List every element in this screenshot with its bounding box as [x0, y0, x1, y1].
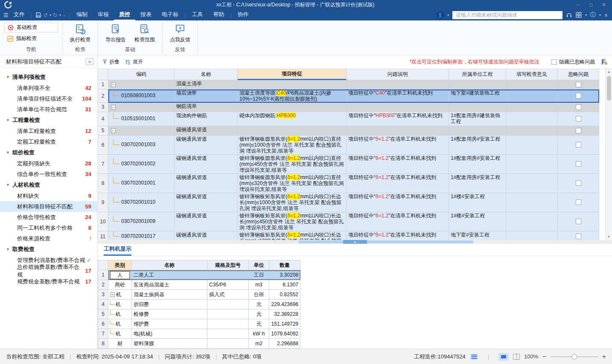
table-row[interactable]: 10 030702001009 碳钢通风管道 镀锌薄钢板矩形风管(δ=1.2mm…	[98, 212, 599, 231]
ignore-checkbox[interactable]	[576, 180, 581, 186]
unit-cell[interactable]: 元	[249, 300, 269, 309]
ignore-checkbox[interactable]	[576, 234, 581, 239]
header-opinion[interactable]: 填写检查意见	[506, 69, 558, 80]
resource-row[interactable]: 3 −机 混凝土振捣器 插入式 台班 0.82552	[98, 290, 300, 300]
name-cell[interactable]: 塑料薄膜	[132, 339, 207, 349]
menu-shenhe[interactable]: 审核	[93, 9, 114, 20]
name-cell[interactable]: 碳钢通风管道	[175, 174, 238, 193]
ignore-checkbox[interactable]	[576, 161, 581, 167]
minimize-button[interactable]: ─	[576, 2, 580, 8]
name-cell[interactable]: 现浇构件钢筋	[175, 112, 238, 126]
table-row-group[interactable]: 5 − 碳钢通风管道	[98, 126, 599, 136]
header-feature[interactable]: 项目特征	[238, 69, 347, 80]
category-cell[interactable]: 机	[108, 300, 132, 309]
row-number[interactable]: 10	[98, 212, 108, 231]
save-icon[interactable]	[35, 12, 41, 18]
unit-project-cell[interactable]: 地下室#建筑装饰工程	[449, 90, 506, 103]
tree-item[interactable]: 定额工程量检查7	[0, 136, 97, 147]
ignore-checkbox[interactable]	[576, 199, 581, 205]
spec-cell[interactable]	[207, 319, 249, 329]
name-cell[interactable]: 混凝土清单	[175, 80, 238, 90]
row-number[interactable]: 2	[98, 90, 108, 103]
collapse-rows-button[interactable]: 折叠	[102, 58, 119, 66]
qty-cell[interactable]: 3.30208	[269, 270, 300, 280]
tree-section-rencaiji[interactable]: ▼人材机检查	[0, 179, 97, 191]
header-ignore[interactable]: 忽略问题	[558, 69, 599, 80]
zoom-slider[interactable]	[551, 356, 598, 357]
unit-project-cell[interactable]: 1#配套用房#安装工程	[449, 136, 506, 155]
opinion-cell[interactable]	[506, 155, 558, 174]
problem-cell[interactable]: 项目特征中“δ=1.2”在清单工料机未找到	[347, 193, 449, 212]
name-cell[interactable]: 检修费	[132, 309, 207, 319]
name-cell[interactable]: 碳钢通风管道	[175, 155, 238, 174]
expand-rows-button[interactable]: 展开	[125, 58, 143, 66]
feature-cell[interactable]: 混凝土强度等级:C40/P6商品混凝土(内掺10%~12%SY-K高性能抗裂膨胀…	[238, 90, 347, 103]
name-cell[interactable]: 二类人工	[132, 270, 207, 280]
code-cell[interactable]: 030702001017	[108, 231, 175, 240]
scroll-up-icon[interactable]: ▲	[607, 69, 611, 75]
menu-bianzhi[interactable]: 编制	[71, 9, 93, 20]
row-number[interactable]: 8	[98, 339, 108, 349]
row-number[interactable]: 7	[98, 329, 108, 339]
export-report-button[interactable]: 导出报告	[102, 23, 129, 43]
name-cell[interactable]: 墙后浇带	[175, 90, 238, 103]
tree-section-zujia[interactable]: ▼组价检查	[0, 147, 97, 158]
name-cell[interactable]: 碳钢通风管道	[175, 231, 238, 240]
opinion-cell[interactable]	[506, 212, 558, 231]
feature-cell[interactable]: 镀锌薄钢板矩形风管(δ=1.2mm以内咬口)长边长(mm)≤1000含管件 法兰…	[238, 193, 347, 212]
scroll-down-icon[interactable]: ▼	[607, 234, 611, 240]
unit-project-cell[interactable]: 1#配套用房#安装工程	[449, 174, 506, 193]
problem-cell[interactable]: 项目特征中“δ=1.2”在清单工料机未找到	[347, 231, 449, 240]
resource-row[interactable]: 2 商砼 泵送商品混凝土 C35/P6 m3 6.1307	[98, 280, 300, 290]
index-check-button[interactable]: 指标检查	[4, 34, 58, 43]
feedback-button[interactable]: 点我反馈	[167, 23, 193, 43]
close-button[interactable]: ✕	[602, 2, 606, 8]
name-cell[interactable]: 维护费	[132, 319, 207, 329]
tab-resource-display[interactable]: 工料机显示	[104, 245, 131, 256]
toolbar-customize-icon[interactable]: ⌄	[63, 13, 66, 17]
spec-cell[interactable]: C35/P6	[207, 280, 249, 290]
header-name[interactable]: 名称	[132, 260, 207, 270]
spec-cell[interactable]	[207, 339, 249, 349]
category-cell[interactable]: 人	[108, 270, 132, 280]
tree-item[interactable]: 清单工程量检查12	[0, 126, 97, 136]
row-number[interactable]: 2	[98, 280, 108, 290]
ignore-checkbox[interactable]	[576, 219, 581, 224]
unit-project-cell[interactable]: 1#配套用房#安装工程	[449, 155, 506, 174]
qty-cell[interactable]: 0.82552	[269, 290, 300, 300]
opinion-cell[interactable]	[506, 126, 558, 136]
unit-cell[interactable]: 工日	[249, 270, 269, 280]
category-cell[interactable]: 机	[108, 329, 132, 339]
problem-cell[interactable]: 项目特征中“HPB300”在清单工料机未找到	[347, 112, 449, 126]
category-cell[interactable]: 商砼	[108, 280, 132, 290]
code-cell[interactable]: 030702001003	[108, 136, 175, 155]
feature-cell[interactable]: 砌体内加固钢筋:HPB300	[238, 112, 347, 126]
header-code[interactable]: 编码	[108, 69, 175, 80]
qty-cell[interactable]: 1079.64092	[269, 329, 300, 339]
zoom-in-button[interactable]: +	[602, 353, 606, 361]
name-cell[interactable]: 碳钢通风管道	[175, 212, 238, 231]
table-row-selected[interactable]: 2 010508001003 墙后浇带 混凝土强度等级:C40/P6商品混凝土(…	[98, 90, 599, 103]
row-number[interactable]: 3	[98, 290, 108, 300]
collapse-minus-icon[interactable]: −	[111, 82, 116, 87]
cost-detail-icon[interactable]	[470, 353, 478, 360]
row-number[interactable]: 5	[98, 309, 108, 319]
unit-cell[interactable]: 元	[249, 319, 269, 329]
opinion-cell[interactable]	[506, 193, 558, 212]
scrollbar-thumb[interactable]	[607, 76, 611, 101]
category-cell[interactable]: −机	[108, 290, 132, 300]
ignore-checkbox[interactable]	[576, 82, 581, 87]
feature-cell[interactable]: 镀锌薄钢板矩形风管(δ=1.2mm以内咬口)长边长(mm)≤450含管件 法兰 …	[238, 212, 347, 231]
category-cell[interactable]: 材	[108, 339, 132, 349]
tree-item[interactable]: 综合单价一致性检查34	[0, 169, 97, 179]
name-cell[interactable]: 碳钢通风管道	[175, 126, 238, 136]
layout-split-icon[interactable]	[513, 354, 520, 360]
splitter-collapse-handle[interactable]: ▲	[343, 240, 367, 244]
resource-row[interactable]: 7 机 电(机械) kW·h 1079.64092	[98, 329, 300, 339]
header-unit-project[interactable]: 所属单位工程	[449, 69, 506, 80]
table-row[interactable]: 9 030702001010 碳钢通风管道 镀锌薄钢板矩形风管(δ=1.2mm以…	[98, 193, 599, 212]
menu-dianzibiao[interactable]: 电子标	[157, 9, 184, 20]
name-cell[interactable]: 碳钢通风管道	[175, 193, 238, 212]
feature-cell[interactable]: 镀锌薄钢板矩形风管(δ=1.2mm以内咬口)长边长(mm)≤1000含管件 法兰…	[238, 231, 347, 240]
tree-item[interactable]: 材料缺失9	[0, 191, 97, 201]
